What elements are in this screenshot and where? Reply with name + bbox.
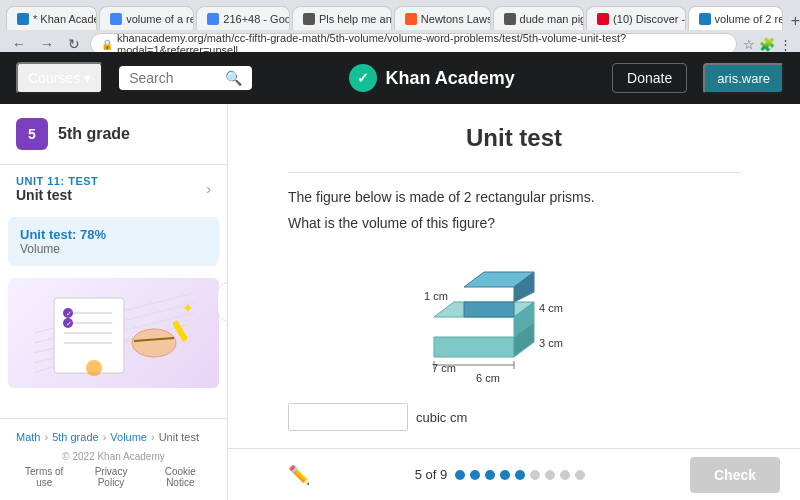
dot-9 [575,470,585,480]
search-box: 🔍 [119,66,252,90]
sidebar-unit[interactable]: UNIT 11: TEST Unit test › [0,165,227,213]
divider [288,172,740,173]
tab-5[interactable]: Newtons Laws a... × [394,6,491,30]
header-logo: ✓ Khan Academy [268,64,596,92]
figure-area: 1 cm 4 cm 7 cm 6 cm 3 cm [288,247,740,387]
dot-5 [515,470,525,480]
progress-area: 5 of 9 [415,467,586,482]
tab-bar: * Khan Academy × volume of a rect... × 2… [0,0,800,30]
tab-active[interactable]: volume of 2 rect... × [688,6,783,30]
sidebar: 5 5th grade UNIT 11: TEST Unit test › Un… [0,104,228,500]
dot-2 [470,470,480,480]
logo-text: Khan Academy [385,68,514,89]
illustration-svg: ✓ ✓ ✦ [34,283,194,383]
content-inner: Unit test The figure below is made of 2 … [228,104,800,448]
app: Courses ▾ 🔍 ✓ Khan Academy Donate aris.w… [0,52,800,500]
browser-icons: ☆ 🧩 ⋮ [743,37,792,52]
reload-button[interactable]: ↻ [64,34,84,54]
tab-favicon [303,13,315,25]
tab-7[interactable]: (10) Discover - Pi... × [586,6,685,30]
item-subtitle: Volume [20,242,207,256]
extensions-icon[interactable]: 🧩 [759,37,775,52]
svg-point-17 [86,360,102,376]
forward-button[interactable]: → [36,34,58,54]
content-area: Unit test The figure below is made of 2 … [228,104,800,448]
privacy-link[interactable]: Privacy Policy [80,466,141,488]
question-line2: What is the volume of this figure? [288,215,740,231]
logo-icon: ✓ [349,64,377,92]
svg-point-14 [132,329,176,357]
new-tab-button[interactable]: + [791,12,800,30]
bookmark-icon[interactable]: ☆ [743,37,755,52]
dot-1 [455,470,465,480]
item-title: Unit test: 78% [20,227,207,242]
sidebar-links: Terms of use Privacy Policy Cookie Notic… [16,466,211,488]
tab-khan-1[interactable]: * Khan Academy × [6,6,97,30]
terms-link[interactable]: Terms of use [16,466,72,488]
tab-3[interactable]: 216+48 - Googl... × [196,6,290,30]
tab-favicon [597,13,609,25]
breadcrumb: Math › 5th grade › Volume › Unit test [16,431,211,443]
svg-text:4 cm: 4 cm [539,302,563,314]
search-icon: 🔍 [225,70,242,86]
svg-text:7 cm: 7 cm [432,362,456,374]
dot-4 [500,470,510,480]
sidebar-footer: Math › 5th grade › Volume › Unit test © … [0,418,227,500]
sidebar-active-item[interactable]: Unit test: 78% Volume [8,217,219,266]
dot-8 [560,470,570,480]
progress-dots [455,470,585,480]
progress-text: 5 of 9 [415,467,448,482]
tab-favicon [504,13,516,25]
courses-menu[interactable]: Courses ▾ [16,62,103,94]
back-button[interactable]: ← [8,34,30,54]
grade-icon: 5 [16,118,48,150]
answer-input[interactable] [288,403,408,431]
svg-text:✓: ✓ [66,320,72,327]
cookie-link[interactable]: Cookie Notice [150,466,211,488]
unit-name: Unit test [16,187,98,203]
sidebar-illustration: ✓ ✓ ✦ [8,278,219,388]
tab-2[interactable]: volume of a rect... × [99,6,194,30]
sidebar-header: 5 5th grade [0,104,227,165]
sidebar-collapse-button[interactable]: ‹ [217,282,228,322]
main-layout: 5 5th grade UNIT 11: TEST Unit test › Un… [0,104,800,500]
breadcrumb-sep-1: › [44,431,48,443]
dot-7 [545,470,555,480]
figure-svg: 1 cm 4 cm 7 cm 6 cm 3 cm [404,247,624,387]
question-line1: The figure below is made of 2 rectangula… [288,189,740,205]
tab-6[interactable]: dude man pigg... × [493,6,585,30]
tab-favicon [699,13,711,25]
browser-chrome: * Khan Academy × volume of a rect... × 2… [0,0,800,52]
pencil-icon[interactable]: ✏️ [288,464,310,486]
unit-label: UNIT 11: TEST [16,175,98,187]
grade-title: 5th grade [58,125,130,143]
svg-text:✓: ✓ [66,310,72,317]
svg-text:3 cm: 3 cm [539,337,563,349]
answer-unit: cubic cm [416,410,467,425]
tab-favicon [110,13,122,25]
tab-4[interactable]: Pls help me answ... × [292,6,392,30]
bottom-bar: ✏️ 5 of 9 Check [228,448,800,500]
header: Courses ▾ 🔍 ✓ Khan Academy Donate aris.w… [0,52,800,104]
lock-icon: 🔒 [101,39,113,50]
chevron-down-icon: ▾ [84,70,91,86]
search-input[interactable] [129,70,219,86]
breadcrumb-sep-2: › [103,431,107,443]
check-button[interactable]: Check [690,457,780,493]
svg-marker-19 [434,337,514,357]
more-icon[interactable]: ⋮ [779,37,792,52]
donate-button[interactable]: Donate [612,63,687,93]
tab-favicon [207,13,219,25]
content-wrapper: Unit test The figure below is made of 2 … [228,104,800,500]
tab-favicon [17,13,29,25]
svg-text:6 cm: 6 cm [476,372,500,384]
tab-favicon [405,13,417,25]
svg-text:✦: ✦ [182,300,194,316]
dot-6 [530,470,540,480]
page-title: Unit test [288,124,740,152]
breadcrumb-sep-3: › [151,431,155,443]
svg-marker-23 [464,302,514,317]
svg-text:1 cm: 1 cm [424,290,448,302]
user-menu[interactable]: aris.ware [703,63,784,94]
unit-arrow-icon: › [206,181,211,197]
